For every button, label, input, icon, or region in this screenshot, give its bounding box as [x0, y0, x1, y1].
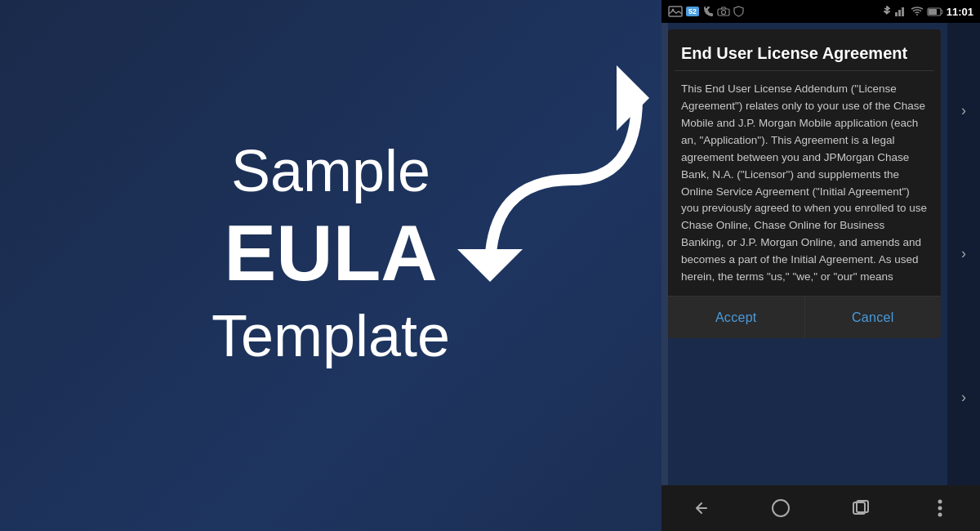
- svg-marker-1: [457, 249, 523, 282]
- back-button[interactable]: [682, 492, 721, 524]
- time-display: 11:01: [947, 6, 973, 18]
- menu-button[interactable]: [920, 492, 960, 524]
- home-button[interactable]: [761, 492, 800, 524]
- nav-arrow-down[interactable]: ›: [961, 389, 966, 406]
- status-bar: 52 11:01: [662, 0, 980, 23]
- svg-rect-7: [898, 10, 901, 16]
- svg-point-15: [938, 506, 942, 511]
- cancel-button[interactable]: Cancel: [805, 297, 942, 338]
- svg-rect-10: [929, 9, 937, 15]
- arrow-graphic: [425, 33, 653, 327]
- nav-arrow-mid[interactable]: ›: [961, 245, 966, 262]
- nav-bar: [662, 485, 980, 531]
- bg-strip: [662, 23, 668, 485]
- app-content: End User License Agreement This End User…: [662, 23, 980, 485]
- eula-dialog: End User License Agreement This End User…: [668, 29, 941, 338]
- svg-rect-8: [902, 7, 904, 16]
- dialog-body-text: This End User License Addendum ("License…: [681, 81, 928, 286]
- sample-text: Sample: [212, 136, 450, 206]
- dialog-body[interactable]: This End User License Addendum ("License…: [668, 71, 941, 296]
- status-icons-right: 11:01: [883, 6, 973, 18]
- dialog-overlay: End User License Agreement This End User…: [662, 23, 947, 485]
- accept-button[interactable]: Accept: [668, 297, 805, 338]
- svg-point-11: [773, 500, 789, 516]
- dialog-title: End User License Agreement: [668, 29, 941, 70]
- eula-text: EULA: [212, 206, 450, 300]
- recent-button[interactable]: [841, 492, 880, 524]
- eula-title-block: Sample EULA Template: [212, 136, 450, 371]
- svg-rect-6: [895, 12, 898, 16]
- status-icons-left: 52: [668, 6, 744, 17]
- template-text: Template: [212, 301, 450, 371]
- dialog-actions: Accept Cancel: [668, 296, 941, 338]
- side-nav: › › ›: [947, 23, 980, 485]
- svg-rect-2: [669, 7, 682, 16]
- svg-point-5: [722, 11, 726, 15]
- android-device: 52 11:01 End User Lic: [662, 0, 980, 531]
- nav-arrow-up[interactable]: ›: [961, 102, 966, 119]
- svg-point-14: [938, 500, 942, 504]
- svg-point-16: [938, 513, 942, 517]
